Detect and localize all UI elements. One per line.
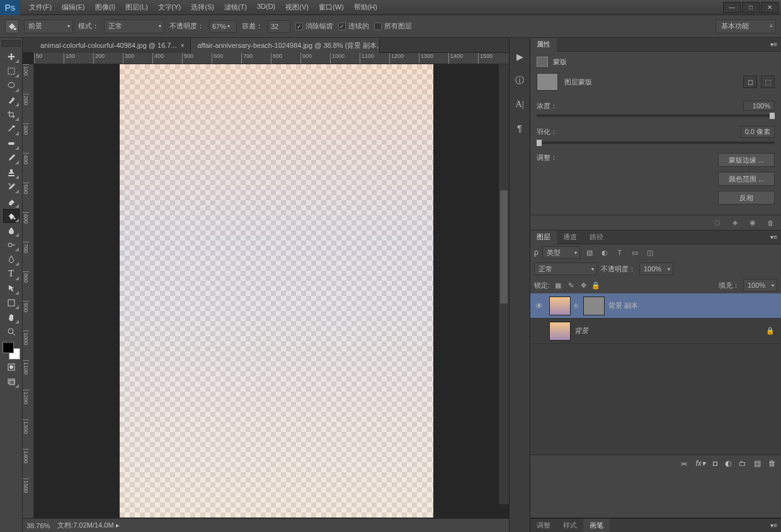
crop-tool[interactable] [3,108,20,122]
wand-tool[interactable] [3,93,20,107]
new-group-icon[interactable]: 🗀 [739,459,746,468]
blur-tool[interactable] [3,224,20,237]
feather-slider[interactable] [537,142,775,144]
workspace-switcher[interactable]: 基本功能 [715,20,776,33]
zoom-tool[interactable] [3,325,20,339]
character-icon[interactable]: A| [513,98,526,111]
opacity-input[interactable]: 67%▾ [209,20,237,33]
layer-row[interactable]: 背景 🔒 [530,319,781,344]
invert-button[interactable]: 反相 [718,191,775,205]
close-button[interactable]: ✕ [761,2,778,13]
document-tab-2[interactable]: affair-anniversary-beach-1024984.jpg @ 3… [191,38,380,53]
feather-value[interactable]: 0.0 像素 [741,126,775,138]
layer-thumbnail[interactable] [549,297,571,315]
path-select-tool[interactable] [3,281,20,295]
menu-image[interactable]: 图像(I) [91,1,119,13]
blend-mode-dropdown[interactable]: 正常 [534,263,597,275]
filter-smart-icon[interactable]: ◫ [644,247,656,258]
layer-row[interactable]: 👁 ⎘ 背景 副本 [530,293,781,319]
fill-input[interactable]: 100% [743,279,777,291]
lock-transparent-icon[interactable]: ▦ [554,281,562,290]
tab-layers[interactable]: 图层 [530,230,557,244]
bucket-tool[interactable] [3,209,20,223]
lock-move-icon[interactable]: ✥ [579,281,588,290]
trash-icon[interactable]: 🗑 [765,219,776,227]
add-mask-icon[interactable]: ◘ [713,459,717,468]
brush-tool[interactable] [3,151,20,165]
new-layer-icon[interactable]: ▤ [754,459,761,468]
density-value[interactable]: 100% [743,101,775,111]
zoom-level[interactable]: 38.76% [26,522,50,529]
menu-select[interactable]: 选择(S) [187,1,218,13]
eraser-tool[interactable] [3,195,20,208]
bucket-icon[interactable] [5,20,19,33]
canvas[interactable] [120,64,433,518]
menu-3d[interactable]: 3D(D) [253,1,279,13]
layer-thumbnail[interactable] [549,322,571,341]
menu-type[interactable]: 文字(Y) [154,1,185,13]
layer-name[interactable]: 背景 副本 [608,301,638,310]
marquee-tool[interactable] [3,64,20,78]
tab-properties[interactable]: 属性 [530,38,557,52]
heal-tool[interactable] [3,137,20,150]
new-adjustment-icon[interactable]: ◐ [725,459,731,468]
color-swatch[interactable] [3,342,20,359]
tolerance-input[interactable]: 32 [268,20,290,33]
foreground-color[interactable] [3,342,14,353]
mask-edge-button[interactable]: 蒙版边缘 ... [718,153,775,167]
density-slider[interactable] [537,115,775,117]
shape-tool[interactable] [3,296,20,310]
menu-help[interactable]: 帮助(H) [350,1,381,13]
paragraph-icon[interactable]: ¶ [513,122,526,135]
menu-layer[interactable]: 图层(L) [122,1,151,13]
tab-paths[interactable]: 路径 [583,230,610,244]
ruler-vertical[interactable]: 1002003004005006007008009001000110012001… [23,64,34,518]
lasso-tool[interactable] [3,79,20,93]
dodge-tool[interactable] [3,238,20,252]
mask-thumbnail[interactable] [583,297,605,315]
tab-styles[interactable]: 样式 [557,519,583,533]
close-icon[interactable]: × [181,42,185,49]
blend-mode-dropdown[interactable]: 正常 [104,20,164,33]
contiguous-checkbox[interactable]: ✓连续的 [338,21,369,31]
disable-mask-icon[interactable]: ◉ [747,218,758,227]
fill-source-dropdown[interactable]: 前景 [24,20,73,33]
menu-window[interactable]: 窗口(W) [315,1,348,13]
doc-size[interactable]: 文档:7.02M/14.0M ▸ [57,521,119,530]
menu-view[interactable]: 视图(V) [282,1,312,13]
vector-mask-button[interactable]: ⬚ [761,76,775,88]
filter-adjust-icon[interactable]: ◐ [599,247,610,258]
menu-file[interactable]: 文件(F) [25,1,55,13]
stamp-tool[interactable] [3,166,20,179]
ruler-horizontal[interactable]: 5010020030040050060070080090010001100120… [34,53,509,64]
layer-opacity-input[interactable]: 100% [639,263,673,275]
canvas-viewport[interactable] [34,64,509,518]
lock-paint-icon[interactable]: ✎ [566,281,575,290]
visibility-toggle[interactable]: 👁 [533,302,545,310]
apply-mask-icon[interactable]: ◈ [729,218,741,227]
search-icon[interactable]: ρ [534,248,539,257]
history-brush-tool[interactable] [3,180,20,194]
all-layers-checkbox[interactable]: 所有图层 [374,21,412,31]
type-tool[interactable]: T [3,267,20,281]
info-icon[interactable]: ⓘ [513,74,526,87]
lock-icon[interactable]: 🔒 [766,327,775,335]
link-layers-icon[interactable]: ⫘ [680,459,688,468]
quickmask-toggle[interactable] [3,360,20,374]
fx-icon[interactable]: fx▾ [695,459,705,468]
panel-menu-icon[interactable]: ▾≡ [767,234,781,241]
move-tool[interactable] [3,50,20,64]
filter-kind-dropdown[interactable]: 类型 [542,246,580,259]
lock-all-icon[interactable]: 🔒 [591,281,600,290]
document-tab-1[interactable]: animal-colorful-colourful-40984.jpg @ 16… [34,38,191,53]
screenmode-toggle[interactable] [3,375,20,388]
load-selection-icon[interactable]: ◌ [712,218,723,227]
eyedropper-tool[interactable] [3,122,20,136]
mask-link-icon[interactable]: ⎘ [574,303,579,309]
toolbox-grip[interactable] [2,40,21,47]
play-icon[interactable]: ▶ [513,50,526,63]
pen-tool[interactable] [3,252,20,266]
filter-pixel-icon[interactable]: ▧ [584,247,595,258]
color-range-button[interactable]: 颜色范围 ... [718,172,775,186]
panel-menu-icon[interactable]: ▾≡ [767,522,781,529]
